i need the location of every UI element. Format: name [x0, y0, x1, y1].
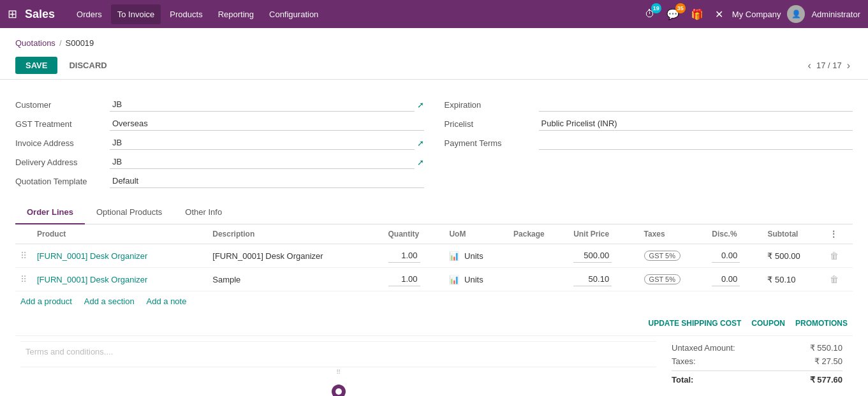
delivery-address-label: Delivery Address: [15, 158, 105, 167]
pricelist-value-wrap: Public Pricelist (INR): [539, 117, 853, 131]
quotation-template-row: Quotation Template Default: [15, 172, 424, 191]
grid-icon[interactable]: ⊞: [8, 7, 17, 21]
quotation-template-label: Quotation Template: [15, 177, 105, 186]
disc-2[interactable]: [707, 268, 762, 291]
add-note-link[interactable]: Add a note: [147, 297, 187, 306]
quotation-template-value-wrap: Default: [110, 174, 424, 188]
delivery-address-input[interactable]: [110, 155, 415, 169]
unit-price-input-1[interactable]: [573, 249, 612, 263]
package-2: [508, 268, 568, 291]
col-unit-price: Unit Price: [568, 224, 638, 244]
uom-1: Units: [464, 251, 483, 261]
invoice-address-label: Invoice Address: [15, 138, 105, 148]
disc-input-1[interactable]: [712, 249, 740, 263]
customer-input[interactable]: [110, 98, 415, 112]
customer-ext-link[interactable]: ➚: [417, 100, 424, 110]
pagination-prev[interactable]: ‹: [805, 59, 814, 73]
menu-orders[interactable]: Orders: [70, 4, 108, 24]
gift-icon[interactable]: 🎁: [688, 6, 706, 23]
gst-treatment-value-wrap: Overseas: [110, 117, 424, 131]
add-section-link[interactable]: Add a section: [84, 297, 135, 306]
menu-products[interactable]: Products: [163, 4, 209, 24]
add-product-link[interactable]: Add a product: [20, 297, 72, 306]
quantity-input-2[interactable]: [388, 272, 420, 286]
table-row: ⠿ [FURN_0001] Desk Organizer [FURN_0001]…: [15, 244, 853, 268]
description-2: Sample: [207, 268, 383, 291]
taxes-label: Taxes:: [672, 356, 706, 366]
discard-button[interactable]: DISCARD: [63, 57, 113, 74]
drag-handle-1[interactable]: ⠿: [20, 251, 27, 261]
chart-icon-2: 📊: [449, 275, 459, 284]
tab-optional-products[interactable]: Optional Products: [85, 201, 173, 224]
expiration-label: Expiration: [445, 100, 534, 110]
col-subtotal: Subtotal: [762, 224, 825, 244]
gst-treatment-select[interactable]: Overseas: [110, 117, 424, 131]
update-shipping-link[interactable]: UPDATE SHIPPING COST: [649, 319, 742, 328]
form-left: Customer ➚ GST Treatment Overseas I: [15, 95, 424, 191]
resize-handle[interactable]: ⠿: [20, 367, 656, 377]
gst-treatment-label: GST Treatment: [15, 119, 105, 129]
page-header: Quotations / S00019 SAVE DISCARD ‹ 17 / …: [0, 28, 868, 80]
topnav-right: ⏱ 19 💬 35 🎁 ✕ My Company 👤 Administrator: [642, 5, 860, 23]
expiration-input[interactable]: [539, 98, 853, 112]
description-1: [FURN_0001] Desk Organizer: [207, 244, 383, 268]
invoice-address-row: Invoice Address ➚: [15, 133, 424, 152]
payment-terms-select[interactable]: [539, 136, 853, 150]
save-button[interactable]: SAVE: [15, 57, 57, 74]
quantity-2[interactable]: [383, 268, 445, 291]
drag-handle-2[interactable]: ⠿: [20, 274, 27, 284]
col-drag: [15, 224, 32, 244]
pagination-next[interactable]: ›: [844, 59, 853, 73]
expiration-value-wrap: [539, 98, 853, 112]
customer-label: Customer: [15, 100, 105, 110]
breadcrumb-parent[interactable]: Quotations: [15, 38, 55, 48]
add-actions: Add a product Add a section Add a note: [15, 291, 853, 311]
chat-icon[interactable]: 💬 35: [664, 6, 682, 23]
form-section: Customer ➚ GST Treatment Overseas I: [15, 90, 853, 201]
company-name[interactable]: My Company: [732, 10, 781, 19]
coupon-link[interactable]: COUPON: [751, 319, 785, 328]
app-logo: Sales: [25, 8, 55, 21]
disc-1[interactable]: [707, 244, 762, 268]
tax-badge-2: GST 5%: [644, 274, 680, 284]
tab-other-info[interactable]: Other Info: [173, 201, 233, 224]
subtotal-2: ₹ 50.10: [762, 268, 825, 291]
product-link-1[interactable]: [FURN_0001] Desk Organizer: [37, 251, 147, 261]
invoice-address-input[interactable]: [110, 136, 415, 150]
top-navigation: ⊞ Sales Orders To Invoice Products Repor…: [0, 0, 868, 28]
delivery-address-ext-link[interactable]: ➚: [417, 158, 424, 167]
quantity-1[interactable]: [383, 244, 445, 268]
footer-section: Terms and conditions.... ⠿ Untaxed Amoun…: [15, 335, 853, 396]
pricelist-select[interactable]: Public Pricelist (INR): [539, 117, 853, 131]
quantity-input-1[interactable]: [388, 249, 420, 263]
delivery-address-row: Delivery Address ➚: [15, 152, 424, 172]
promotions-link[interactable]: PROMOTIONS: [795, 319, 848, 328]
map-pin-icon: [332, 385, 346, 396]
unit-price-input-2[interactable]: [573, 272, 612, 286]
order-table: Product Description Quantity UoM Package…: [15, 224, 853, 291]
unit-price-1[interactable]: [568, 244, 638, 268]
menu-configuration[interactable]: Configuration: [263, 4, 325, 24]
clock-badge: 19: [651, 3, 661, 13]
subtotal-1: ₹ 500.00: [762, 244, 825, 268]
col-disc: Disc.%: [707, 224, 762, 244]
pricelist-row: Pricelist Public Pricelist (INR): [445, 114, 853, 133]
breadcrumb: Quotations / S00019: [15, 33, 853, 52]
terms-area[interactable]: Terms and conditions....: [20, 341, 656, 367]
menu-to-invoice[interactable]: To Invoice: [111, 4, 161, 24]
delete-row-2[interactable]: 🗑: [830, 274, 839, 284]
tab-order-lines[interactable]: Order Lines: [15, 201, 85, 224]
product-link-2[interactable]: [FURN_0001] Desk Organizer: [37, 275, 147, 284]
clock-icon[interactable]: ⏱ 19: [642, 6, 658, 22]
quotation-template-select[interactable]: Default: [110, 174, 424, 188]
disc-input-2[interactable]: [712, 272, 740, 286]
gst-treatment-row: GST Treatment Overseas: [15, 114, 424, 133]
delete-row-1[interactable]: 🗑: [830, 251, 839, 261]
user-avatar[interactable]: 👤: [787, 5, 805, 23]
unit-price-2[interactable]: [568, 268, 638, 291]
menu-reporting[interactable]: Reporting: [212, 4, 260, 24]
invoice-address-ext-link[interactable]: ➚: [417, 138, 424, 148]
main-content: Customer ➚ GST Treatment Overseas I: [0, 80, 868, 396]
close-icon[interactable]: ✕: [712, 6, 726, 23]
untaxed-amount-row: Untaxed Amount: ₹ 550.10: [672, 341, 842, 355]
